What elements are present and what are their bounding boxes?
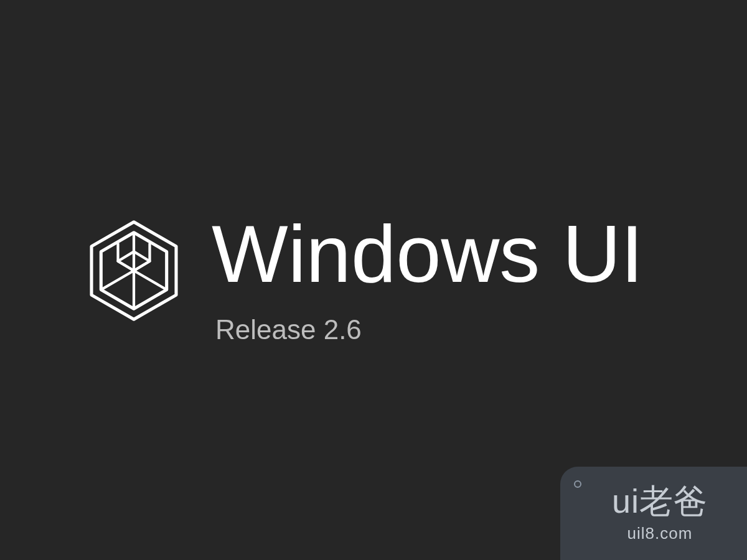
watermark-dot-icon bbox=[574, 480, 581, 488]
splash-container: Windows UI Release 2.6 bbox=[81, 212, 643, 345]
watermark-url: uil8.com bbox=[627, 524, 693, 543]
release-label: Release 2.6 bbox=[215, 314, 643, 345]
windows-ui-hexagon-icon bbox=[81, 218, 187, 324]
app-title: Windows UI bbox=[212, 212, 643, 297]
watermark-badge: ui老爸 uil8.com bbox=[560, 467, 747, 560]
splash-text-block: Windows UI Release 2.6 bbox=[212, 212, 643, 345]
watermark-brand: ui老爸 bbox=[612, 484, 708, 518]
